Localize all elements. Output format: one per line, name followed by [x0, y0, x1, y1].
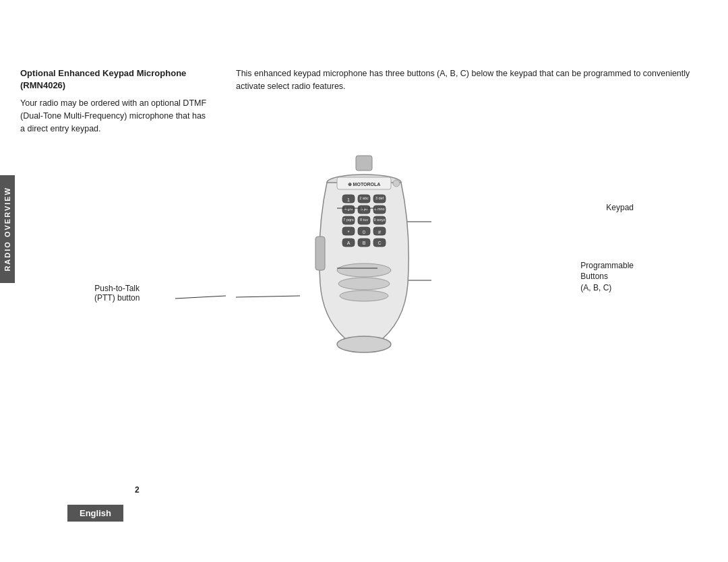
svg-text:C: C: [377, 241, 381, 245]
svg-line-43: [175, 296, 226, 299]
svg-text:0: 0: [363, 230, 365, 235]
main-content: Optional Enhanced Keypad Microphone (RMN…: [20, 67, 708, 495]
svg-rect-38: [315, 237, 325, 270]
page-number: 2: [135, 485, 140, 495]
svg-text:8 tuv: 8 tuv: [360, 218, 368, 222]
svg-point-40: [338, 278, 390, 290]
side-tab: RADIO OVERVIEW: [0, 175, 15, 283]
svg-text:3 def: 3 def: [375, 196, 384, 200]
device-drawing: ⊕ MOTOROLA 1 2 abc 3 def 4 ghi 5 jkl 6 m…: [297, 149, 431, 365]
svg-text:2 abc: 2 abc: [359, 196, 369, 200]
svg-point-7: [393, 180, 400, 187]
svg-text:1: 1: [347, 197, 350, 202]
svg-text:5 jkl: 5 jkl: [361, 207, 367, 211]
two-column-layout: Optional Enhanced Keypad Microphone (RMN…: [20, 67, 708, 135]
svg-text:#: #: [378, 229, 382, 235]
right-column: This enhanced keypad microphone has thre…: [236, 67, 708, 135]
left-column: Optional Enhanced Keypad Microphone (RMN…: [20, 67, 209, 135]
svg-text:4 ghi: 4 ghi: [344, 207, 353, 211]
section-title: Optional Enhanced Keypad Microphone (RMN…: [20, 67, 209, 92]
svg-rect-4: [356, 156, 372, 170]
right-body-text: This enhanced keypad microphone has thre…: [236, 67, 708, 93]
ptt-label: Push-to-Talk (PTT) button: [94, 284, 140, 303]
svg-point-42: [337, 336, 391, 352]
svg-text:9 wxyz: 9 wxyz: [374, 218, 386, 222]
svg-text:B: B: [363, 241, 366, 245]
keypad-label: Keypad: [606, 203, 634, 212]
svg-text:*: *: [347, 229, 349, 235]
svg-text:A: A: [347, 241, 351, 245]
svg-line-0: [236, 296, 300, 297]
left-body-text: Your radio may be ordered with an option…: [20, 97, 209, 135]
svg-text:7 pqrs: 7 pqrs: [343, 218, 354, 222]
programmable-label: Programmable Buttons (A, B, C): [580, 260, 634, 294]
side-tab-label: RADIO OVERVIEW: [3, 187, 11, 272]
svg-point-39: [337, 263, 391, 277]
svg-point-41: [340, 290, 388, 301]
diagram-area: ⊕ MOTOROLA 1 2 abc 3 def 4 ghi 5 jkl 6 m…: [20, 149, 708, 378]
english-badge: English: [67, 505, 123, 522]
svg-text:6 mno: 6 mno: [374, 207, 384, 211]
svg-text:⊕ MOTOROLA: ⊕ MOTOROLA: [348, 182, 381, 187]
